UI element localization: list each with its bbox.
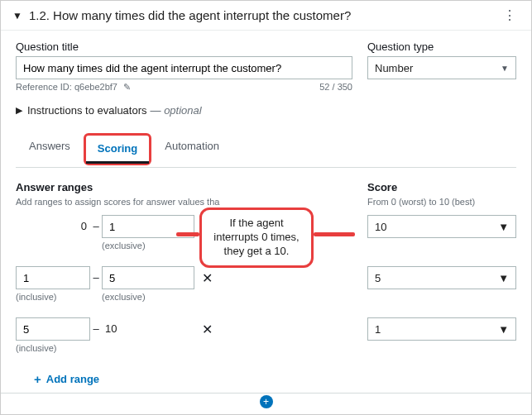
callout-connector-right — [314, 232, 355, 236]
score-select[interactable]: 10 ▼ — [367, 215, 516, 238]
edit-reference-icon[interactable]: ✎ — [123, 82, 131, 92]
score-value: 1 — [375, 323, 381, 336]
instructions-toggle[interactable]: ▶ Instructions to evaluators — optional — [16, 104, 516, 117]
title-column: Question title Reference ID: q6ebe2bf7 ✎… — [16, 41, 352, 93]
more-menu-icon[interactable]: ⋮ — [500, 7, 520, 23]
question-type-value: Number — [375, 62, 413, 74]
instructions-label: Instructions to evaluators — [27, 104, 147, 117]
chevron-down-icon: ▼ — [498, 221, 509, 233]
callout-bubble: If the agent interrupts 0 times, they ge… — [199, 208, 314, 268]
range-from-bound: (inclusive) — [16, 343, 90, 353]
instructions-optional: — optional — [151, 104, 202, 117]
chevron-down-icon: ▼ — [501, 64, 509, 73]
range-separator: – — [90, 317, 102, 335]
caret-right-icon: ▶ — [16, 105, 22, 116]
add-range-label: Add range — [46, 373, 99, 385]
range-to-input[interactable] — [102, 266, 194, 289]
range-to-cell: (exclusive) — [102, 266, 194, 302]
reference-id: Reference ID: q6ebe2bf7 ✎ — [16, 82, 131, 93]
range-row: (inclusive) – (exclusive) ✕ — [16, 266, 352, 306]
panel-header: ▼ 1.2. How many times did the agent inte… — [1, 1, 531, 31]
title-type-row: Question title Reference ID: q6ebe2bf7 ✎… — [16, 41, 516, 93]
question-type-label: Question type — [367, 41, 516, 53]
collapse-caret-icon[interactable]: ▼ — [12, 10, 22, 21]
score-select[interactable]: 5 ▼ — [367, 266, 516, 289]
add-range-button[interactable]: + Add range — [34, 372, 99, 386]
range-to-fixed: 10 — [102, 317, 194, 335]
range-to-value: 10 — [105, 322, 117, 335]
question-title-text: How many times did the agent interrupt t… — [53, 8, 351, 22]
panel-title: 1.2. How many times did the agent interr… — [29, 8, 500, 22]
range-from-bound: (inclusive) — [16, 292, 90, 302]
tab-answers[interactable]: Answers — [16, 131, 84, 167]
ranges-subheading: Add ranges to assign scores for answer v… — [16, 197, 352, 207]
panel-body: Question title Reference ID: q6ebe2bf7 ✎… — [1, 31, 531, 393]
score-sub: From 0 (worst) to 10 (best) — [367, 197, 516, 207]
chevron-down-icon: ▼ — [498, 272, 509, 284]
delete-range-icon[interactable]: ✕ — [194, 266, 219, 286]
question-panel: ▼ 1.2. How many times did the agent inte… — [1, 1, 531, 394]
score-select[interactable]: 1 ▼ — [367, 317, 516, 341]
tab-automation[interactable]: Automation — [151, 131, 232, 167]
score-value: 5 — [375, 272, 381, 284]
ranges-area: Answer ranges Add ranges to assign score… — [16, 181, 516, 386]
question-number: 1.2. — [29, 8, 50, 22]
tab-scoring[interactable]: Scoring — [86, 136, 149, 164]
range-from-cell: (inclusive) — [16, 317, 90, 353]
score-row: 5 ▼ — [367, 266, 516, 306]
add-question-icon[interactable]: + — [260, 395, 273, 408]
chevron-down-icon: ▼ — [498, 323, 509, 336]
callout-text: If the agent interrupts 0 times, they ge… — [213, 217, 299, 257]
reference-line: Reference ID: q6ebe2bf7 ✎ 52 / 350 — [16, 82, 352, 93]
range-to-bound: (exclusive) — [102, 241, 194, 250]
tabs: Answers Scoring Automation — [16, 131, 516, 168]
range-from-cell: (inclusive) — [16, 266, 90, 302]
range-from-input[interactable] — [16, 266, 90, 289]
char-count: 52 / 350 — [319, 82, 352, 93]
question-title-input[interactable] — [16, 56, 352, 79]
scoring-tab-highlight: Scoring — [84, 133, 151, 165]
plus-icon: + — [34, 372, 41, 386]
reference-prefix: Reference ID: — [16, 82, 74, 92]
reference-value: q6ebe2bf7 — [74, 82, 117, 92]
range-from-value: 0 — [81, 220, 87, 232]
delete-range-icon[interactable]: ✕ — [194, 317, 219, 337]
range-from-fixed: 0 — [16, 215, 90, 232]
score-row: 1 ▼ — [367, 317, 516, 357]
score-heading: Score — [367, 181, 516, 193]
ranges-right: Score From 0 (worst) to 10 (best) 10 ▼ 5… — [367, 181, 516, 386]
score-value: 10 — [375, 221, 386, 233]
question-type-select[interactable]: Number ▼ — [367, 56, 516, 79]
range-row: (inclusive) – 10 ✕ — [16, 317, 352, 357]
range-from-input[interactable] — [16, 317, 90, 341]
range-separator: – — [90, 266, 102, 284]
callout-connector-left — [176, 232, 199, 236]
type-column: Question type Number ▼ — [367, 41, 516, 93]
range-to-bound: (exclusive) — [102, 292, 194, 302]
add-question-row: + — [1, 394, 531, 412]
score-row: 10 ▼ — [367, 215, 516, 255]
question-title-label: Question title — [16, 41, 352, 53]
range-separator: – — [90, 215, 102, 232]
ranges-heading: Answer ranges — [16, 181, 352, 193]
